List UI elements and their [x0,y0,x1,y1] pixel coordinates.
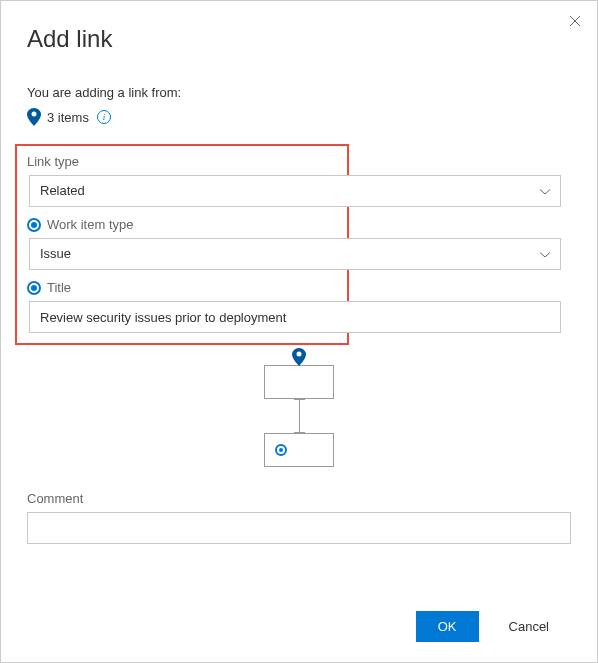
dialog-title: Add link [27,25,571,53]
link-type-field: Link type Related [27,154,337,207]
pin-icon [292,348,306,369]
svg-point-0 [32,112,37,117]
required-indicator-icon [27,218,41,232]
required-indicator-icon [27,281,41,295]
comment-input[interactable] [27,512,571,544]
work-item-type-label-text: Work item type [47,217,133,232]
adding-from-label: You are adding a link from: [27,85,571,100]
work-item-type-select[interactable]: Issue [29,238,561,270]
close-button[interactable] [569,13,581,31]
ok-button[interactable]: OK [416,611,479,642]
work-item-type-field: Work item type Issue [27,217,337,270]
title-input[interactable] [29,301,561,333]
title-label: Title [27,280,337,295]
work-item-type-label: Work item type [27,217,337,232]
comment-label: Comment [27,491,571,506]
target-item-icon [275,444,287,456]
info-icon[interactable]: i [97,110,111,124]
relationship-diagram [27,365,571,467]
diagram-source-box [264,365,334,399]
pin-icon [27,108,41,126]
comment-field: Comment [27,491,571,544]
link-type-select[interactable]: Related [29,175,561,207]
cancel-button[interactable]: Cancel [487,611,571,642]
link-type-label: Link type [27,154,337,169]
highlighted-fields-region: Link type Related Work item type Issue [15,144,349,345]
dialog-footer: OK Cancel [416,611,571,642]
items-count-text: 3 items [47,110,89,125]
title-label-text: Title [47,280,71,295]
items-summary-row: 3 items i [27,108,571,126]
diagram-connector [299,399,300,433]
close-icon [569,15,581,27]
title-field: Title [27,280,337,333]
diagram-target-box [264,433,334,467]
add-link-dialog: Add link You are adding a link from: 3 i… [1,1,597,588]
svg-point-1 [297,352,302,357]
